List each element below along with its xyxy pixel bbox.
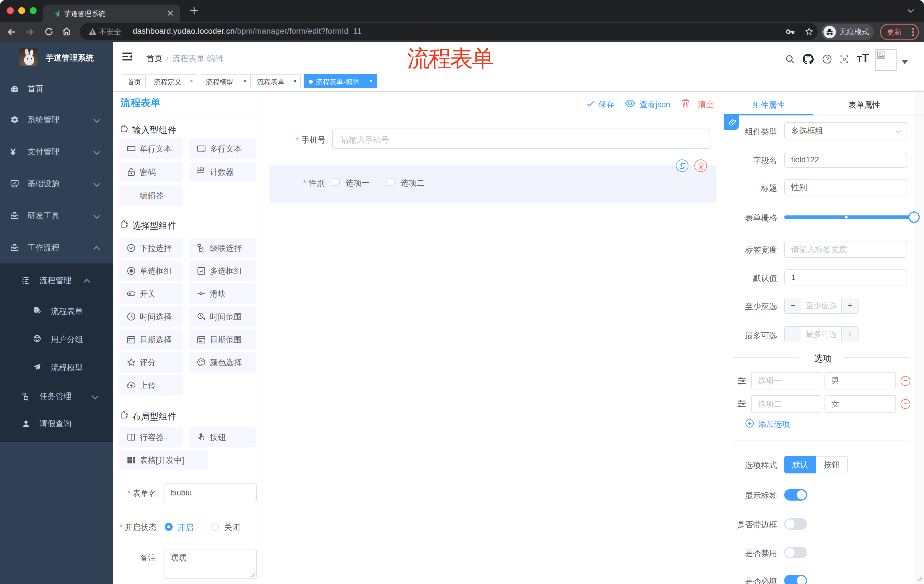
svg-text:123: 123 <box>197 167 204 172</box>
